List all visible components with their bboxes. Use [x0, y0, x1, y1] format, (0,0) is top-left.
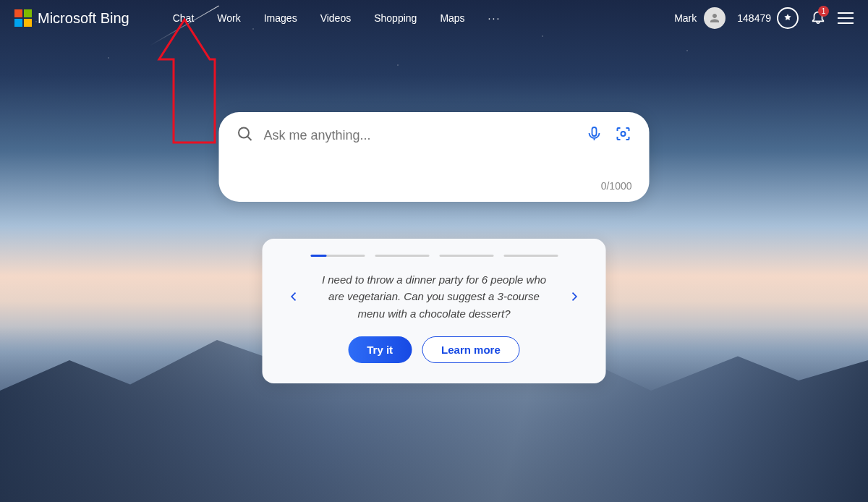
nav-chat[interactable]: Chat	[173, 12, 195, 24]
search-input[interactable]	[264, 128, 576, 143]
chevron-left-icon	[289, 291, 300, 302]
avatar	[704, 7, 726, 29]
chevron-right-icon	[569, 291, 580, 302]
prev-button[interactable]	[284, 286, 305, 307]
hamburger-icon	[838, 12, 854, 14]
learn-more-button[interactable]: Learn more	[422, 336, 520, 363]
char-counter: 0/1000	[237, 180, 632, 192]
progress-step-2[interactable]	[375, 255, 429, 257]
progress-step-4[interactable]	[503, 255, 558, 257]
person-icon	[708, 12, 721, 25]
nav-videos[interactable]: Videos	[320, 12, 352, 24]
microsoft-logo-icon	[14, 9, 32, 27]
nav-shopping[interactable]: Shopping	[374, 12, 417, 24]
svg-rect-2	[592, 127, 597, 136]
notifications[interactable]: 1	[810, 9, 826, 27]
username: Mark	[674, 12, 697, 24]
search-container: 0/1000	[219, 112, 650, 202]
suggestion-text: I need to throw a dinner party for 6 peo…	[312, 271, 557, 322]
lens-icon	[615, 125, 632, 142]
nav-more[interactable]: ···	[488, 12, 501, 24]
nav-images[interactable]: Images	[264, 12, 297, 24]
search-icon	[237, 125, 254, 145]
next-button[interactable]	[564, 286, 584, 307]
image-search-button[interactable]	[615, 125, 632, 145]
svg-line-1	[247, 137, 252, 141]
svg-point-3	[621, 132, 626, 136]
nav: Chat Work Images Videos Shopping Maps ··…	[173, 12, 501, 24]
nav-work[interactable]: Work	[217, 12, 240, 24]
progress-step-1[interactable]	[310, 255, 365, 257]
mic-button[interactable]	[586, 125, 603, 145]
suggestion-card: I need to throw a dinner party for 6 peo…	[263, 239, 606, 383]
rewards-section[interactable]: 148479	[737, 7, 799, 29]
search-box: 0/1000	[219, 112, 650, 202]
points-value: 148479	[737, 12, 771, 24]
progress-indicator	[284, 255, 584, 257]
menu-button[interactable]	[838, 12, 854, 24]
notif-badge: 1	[818, 6, 829, 17]
nav-maps[interactable]: Maps	[440, 12, 464, 24]
rewards-icon	[777, 7, 799, 29]
svg-point-0	[239, 128, 249, 138]
logo[interactable]: Microsoft Bing	[14, 9, 129, 27]
try-it-button[interactable]: Try it	[348, 336, 412, 363]
mic-icon	[586, 125, 603, 142]
user-section[interactable]: Mark	[674, 7, 726, 29]
header-right: Mark 148479 1	[674, 7, 854, 29]
progress-step-3[interactable]	[439, 255, 493, 257]
logo-text: Microsoft Bing	[38, 10, 129, 27]
header: Microsoft Bing Chat Work Images Videos S…	[0, 0, 868, 36]
